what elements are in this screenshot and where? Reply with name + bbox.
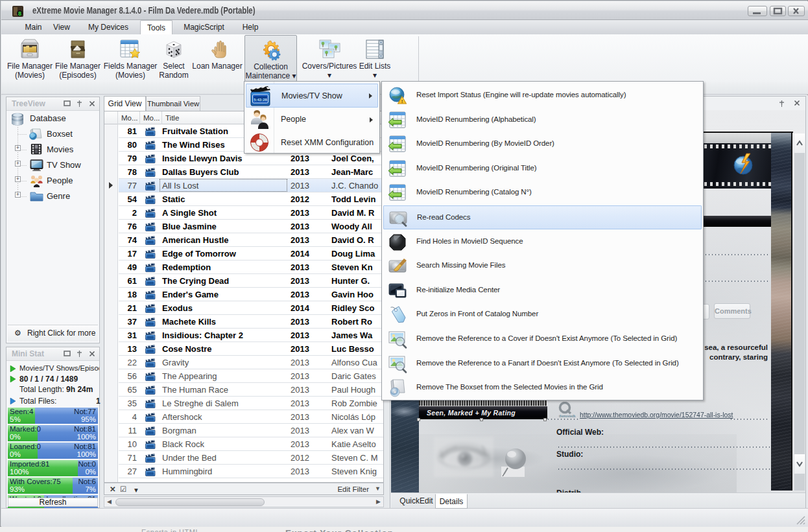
svg-text:8: 8	[18, 10, 21, 17]
